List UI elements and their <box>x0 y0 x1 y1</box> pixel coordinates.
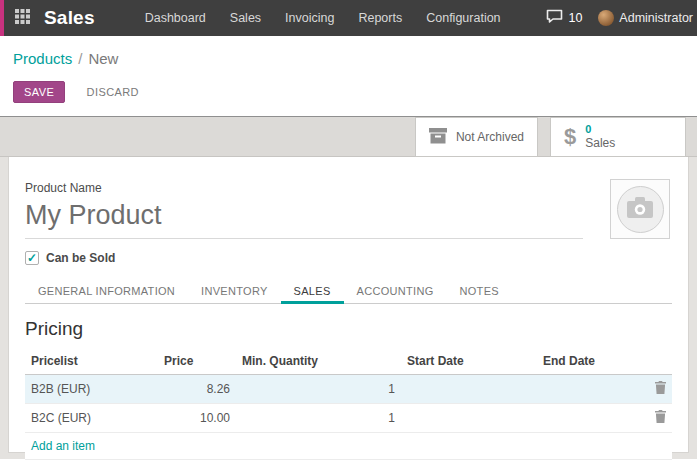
sales-stat-label: Sales <box>585 136 615 151</box>
cell-end-date <box>537 404 642 433</box>
apps-menu-button[interactable] <box>4 0 40 36</box>
breadcrumb-products[interactable]: Products <box>13 50 72 67</box>
breadcrumb: Products/New <box>13 50 684 68</box>
control-panel: Products/New SAVE DISCARD <box>0 36 697 116</box>
tab-notes[interactable]: NOTES <box>447 278 512 303</box>
delete-row-button[interactable] <box>642 375 672 404</box>
top-navigation: Dashboard Sales Invoicing Reports Config… <box>145 11 501 25</box>
chat-bubble-icon <box>546 9 563 27</box>
dollar-icon: $ <box>564 126 576 148</box>
column-header-start-date[interactable]: Start Date <box>401 348 537 375</box>
delete-row-button[interactable] <box>642 404 672 433</box>
pricelist-row-b2b[interactable]: B2B (EUR) 8.26 1 <box>25 375 672 404</box>
nav-item-sales[interactable]: Sales <box>230 11 261 25</box>
cell-price: 10.00 <box>158 404 236 433</box>
tab-inventory[interactable]: INVENTORY <box>188 278 280 303</box>
trash-icon <box>655 412 666 426</box>
pricelist-table: Pricelist Price Min. Quantity Start Date… <box>25 348 672 460</box>
messages-button[interactable]: 10 <box>546 9 582 27</box>
cell-end-date <box>537 375 642 404</box>
sales-stat-text: 0 Sales <box>585 123 615 152</box>
cell-min-quantity: 1 <box>236 404 401 433</box>
column-header-end-date[interactable]: End Date <box>537 348 642 375</box>
column-header-min-quantity[interactable]: Min. Quantity <box>236 348 401 375</box>
top-bar: Sales Dashboard Sales Invoicing Reports … <box>0 0 697 36</box>
add-item-link[interactable]: Add an item <box>25 433 672 460</box>
cell-start-date <box>401 404 537 433</box>
sales-stat-button[interactable]: $ 0 Sales <box>550 117 686 157</box>
can-be-sold-checkbox[interactable]: ✓ <box>25 251 39 265</box>
camera-icon <box>627 197 653 222</box>
user-avatar <box>598 10 614 26</box>
cell-min-quantity: 1 <box>236 375 401 404</box>
product-name-label: Product Name <box>25 181 672 195</box>
product-name-input[interactable] <box>25 197 583 239</box>
action-buttons: SAVE DISCARD <box>13 81 684 103</box>
cell-price: 8.26 <box>158 375 236 404</box>
tab-sales[interactable]: SALES <box>281 278 344 304</box>
topbar-right: 10 Administrator <box>546 9 697 27</box>
cell-start-date <box>401 375 537 404</box>
cell-pricelist: B2B (EUR) <box>25 375 158 404</box>
product-image-placeholder <box>617 186 664 233</box>
tab-general-information[interactable]: GENERAL INFORMATION <box>25 278 188 303</box>
notebook-tabs: GENERAL INFORMATION INVENTORY SALES ACCO… <box>25 278 672 304</box>
archive-button-label: Not Archived <box>456 130 524 144</box>
form-sheet: Product Name ✓ Can be Sold GENERAL INFOR… <box>8 157 689 453</box>
trash-icon <box>655 383 666 397</box>
product-image-upload[interactable] <box>610 179 670 239</box>
messages-count: 10 <box>568 11 582 25</box>
archive-box-icon <box>429 128 447 147</box>
save-button[interactable]: SAVE <box>13 81 65 103</box>
archive-toggle-button[interactable]: Not Archived <box>415 117 538 157</box>
user-name: Administrator <box>619 11 693 25</box>
pricelist-header-row: Pricelist Price Min. Quantity Start Date… <box>25 348 672 375</box>
sales-stat-value: 0 <box>585 123 591 137</box>
apps-grid-icon <box>15 9 30 28</box>
nav-item-invoicing[interactable]: Invoicing <box>285 11 334 25</box>
can-be-sold-row: ✓ Can be Sold <box>25 251 672 265</box>
nav-item-dashboard[interactable]: Dashboard <box>145 11 206 25</box>
column-header-pricelist[interactable]: Pricelist <box>25 348 158 375</box>
can-be-sold-label[interactable]: Can be Sold <box>46 251 115 265</box>
breadcrumb-separator: / <box>78 50 82 67</box>
stat-button-band: Not Archived $ 0 Sales <box>0 117 697 157</box>
pricing-section-title: Pricing <box>25 318 672 340</box>
checkmark-icon: ✓ <box>27 252 37 264</box>
form-content: Not Archived $ 0 Sales <box>0 116 697 459</box>
cell-pricelist: B2C (EUR) <box>25 404 158 433</box>
user-menu[interactable]: Administrator <box>598 10 693 26</box>
breadcrumb-current: New <box>88 50 118 67</box>
discard-button[interactable]: DISCARD <box>76 81 150 103</box>
nav-item-reports[interactable]: Reports <box>358 11 402 25</box>
add-item-row[interactable]: Add an item <box>25 433 672 460</box>
pricelist-row-b2c[interactable]: B2C (EUR) 10.00 1 <box>25 404 672 433</box>
nav-item-configuration[interactable]: Configuration <box>426 11 500 25</box>
app-title: Sales <box>44 7 95 29</box>
tab-accounting[interactable]: ACCOUNTING <box>344 278 447 303</box>
column-header-price[interactable]: Price <box>158 348 236 375</box>
column-header-actions <box>642 348 672 375</box>
